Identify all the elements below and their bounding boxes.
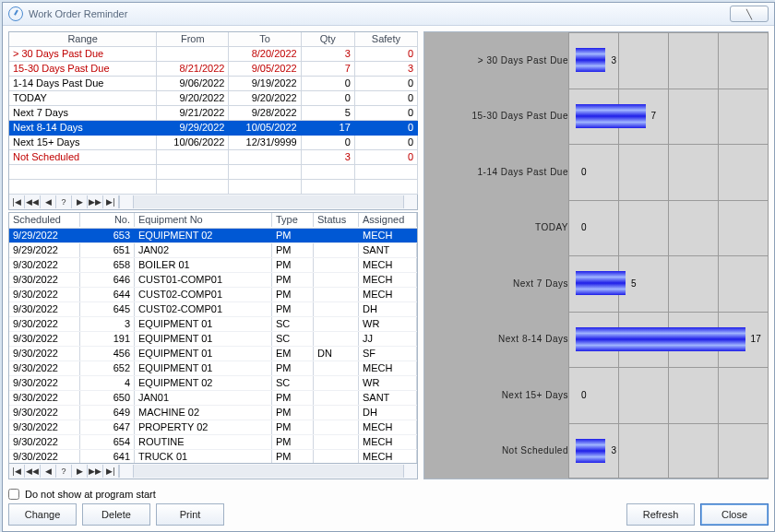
nav2-prev[interactable]: ◀ (41, 465, 56, 478)
chart-row: Next 8-14 Days17 (424, 312, 768, 368)
detail-row[interactable]: 9/30/2022649MACHINE 02PMDH (9, 406, 417, 420)
cell-range: Next 7 Days (9, 106, 157, 121)
cell-type: SC (272, 317, 314, 331)
detail-row[interactable]: 9/30/2022641TRUCK 01PMMECH (9, 450, 417, 463)
nav2-help[interactable]: ? (56, 465, 72, 478)
detail-row[interactable]: 9/30/2022647PROPERTY 02PMMECH (9, 420, 417, 435)
bottom-bar: Do not show at program start Change Dele… (3, 485, 774, 531)
work-order-reminder-window: Work Order Reminder ╲ Range From To Qty … (2, 2, 775, 532)
titlebar[interactable]: Work Order Reminder ╲ (3, 3, 774, 26)
nav-last[interactable]: ▶| (103, 195, 119, 208)
cell-equipment: EQUIPMENT 01 (135, 332, 272, 346)
detail-row[interactable]: 9/30/20223EQUIPMENT 01SCWR (9, 317, 417, 332)
cell-equipment: CUST02-COMP01 (135, 302, 272, 316)
cell-safety: 3 (355, 62, 418, 77)
nav-help[interactable]: ? (56, 195, 72, 208)
chart-panel: > 30 Days Past Due315-30 Days Past Due71… (423, 31, 769, 479)
summary-row[interactable]: Next 15+ Days10/06/202212/31/999900 (9, 136, 418, 150)
col-to[interactable]: To (229, 32, 301, 47)
cell-no: 645 (80, 302, 135, 316)
cell-range: > 30 Days Past Due (9, 47, 157, 62)
summary-row[interactable]: > 30 Days Past Due8/20/202230 (9, 47, 418, 62)
nav2-next[interactable]: ▶ (72, 465, 88, 478)
nav-prev[interactable]: ◀ (41, 195, 56, 208)
cell-type: PM (272, 243, 314, 257)
col-assigned[interactable]: Assigned (359, 213, 417, 227)
cell-no: 653 (80, 229, 135, 242)
col-qty[interactable]: Qty (302, 32, 355, 47)
col-equipment[interactable]: Equipment No (135, 213, 272, 227)
nav2-nextpg[interactable]: ▶▶ (88, 465, 103, 478)
chart-bar-value: 0 (581, 390, 587, 400)
detail-grid[interactable]: Scheduled No. Equipment No Type Status A… (8, 212, 418, 464)
summary-grid[interactable]: Range From To Qty Safety > 30 Days Past … (8, 31, 418, 195)
cell-type: PM (272, 420, 314, 434)
delete-button[interactable]: Delete (82, 503, 150, 526)
chart-bar-value: 5 (631, 278, 637, 289)
col-status[interactable]: Status (314, 213, 359, 227)
chart-bar-value: 0 (581, 222, 587, 232)
col-from[interactable]: From (157, 32, 229, 47)
change-button[interactable]: Change (8, 503, 77, 526)
cell-type: PM (272, 391, 314, 405)
detail-row[interactable]: 9/30/2022456EQUIPMENT 01EMDNSF (9, 347, 417, 361)
col-range[interactable]: Range (9, 32, 157, 47)
detail-hscroll[interactable] (119, 465, 417, 478)
detail-row[interactable]: 9/29/2022653EQUIPMENT 02PMMECH (9, 229, 417, 243)
cell-assigned: MECH (359, 229, 417, 242)
cell-from: 9/20/2022 (157, 91, 229, 106)
detail-row[interactable]: 9/30/20224EQUIPMENT 02SCWR (9, 376, 417, 391)
cell-assigned: MECH (359, 450, 417, 463)
summary-row[interactable]: 15-30 Days Past Due8/21/20229/05/202273 (9, 62, 418, 77)
nav-prevpg[interactable]: ◀◀ (25, 195, 41, 208)
col-scheduled[interactable]: Scheduled (9, 213, 80, 227)
summary-row[interactable]: Next 7 Days9/21/20229/28/202250 (9, 106, 418, 121)
cell-scheduled: 9/30/2022 (9, 273, 80, 287)
cell-status (314, 288, 359, 301)
chart-row: Next 7 Days5 (424, 255, 768, 312)
detail-row[interactable]: 9/30/2022645CUST02-COMP01PMDH (9, 302, 417, 317)
nav-next[interactable]: ▶ (72, 195, 88, 208)
nav2-last[interactable]: ▶| (103, 465, 119, 478)
col-no[interactable]: No. (80, 213, 135, 227)
cell-from (157, 47, 229, 62)
do-not-show-input[interactable] (8, 489, 19, 500)
cell-scheduled: 9/30/2022 (9, 391, 80, 405)
detail-row[interactable]: 9/30/2022652EQUIPMENT 01PMMECH (9, 361, 417, 376)
summary-row[interactable]: TODAY9/20/20229/20/202200 (9, 91, 418, 106)
cell-range: TODAY (9, 91, 157, 106)
cell-qty: 0 (302, 136, 355, 150)
nav-nextpg[interactable]: ▶▶ (88, 195, 103, 208)
refresh-button[interactable]: Refresh (626, 503, 695, 526)
nav2-prevpg[interactable]: ◀◀ (25, 465, 41, 478)
print-button[interactable]: Print (156, 503, 224, 526)
summary-hscroll[interactable] (119, 195, 417, 208)
detail-row[interactable]: 9/30/2022191EQUIPMENT 01SCJJ (9, 332, 417, 347)
col-type[interactable]: Type (272, 213, 314, 227)
chart-bar-value: 3 (611, 55, 616, 65)
nav2-first[interactable]: |◀ (9, 465, 25, 478)
detail-row[interactable]: 9/29/2022651JAN02PMSANT (9, 243, 417, 258)
close-button[interactable]: Close (700, 503, 769, 526)
detail-row[interactable]: 9/30/2022650JAN01PMSANT (9, 391, 417, 406)
chart-bar (576, 104, 646, 128)
cell-equipment: TRUCK 01 (135, 450, 272, 463)
cell-to (229, 150, 301, 165)
summary-row[interactable]: Next 8-14 Days9/29/202210/05/2022170 (9, 121, 418, 136)
cell-scheduled: 9/30/2022 (9, 450, 80, 463)
detail-row[interactable]: 9/30/2022644CUST02-COMP01PMMECH (9, 288, 417, 302)
chart-bar-value: 17 (751, 334, 761, 344)
col-safety[interactable]: Safety (355, 32, 418, 47)
summary-row[interactable]: 1-14 Days Past Due9/06/20229/19/202200 (9, 77, 418, 91)
window-close-button[interactable]: ╲ (730, 6, 769, 22)
cell-status (314, 273, 359, 287)
cell-from: 9/21/2022 (157, 106, 229, 121)
summary-row[interactable]: Not Scheduled30 (9, 150, 418, 165)
nav-first[interactable]: |◀ (9, 195, 25, 208)
cell-no: 647 (80, 420, 135, 434)
detail-row[interactable]: 9/30/2022658BOILER 01PMMECH (9, 258, 417, 273)
detail-row[interactable]: 9/30/2022654ROUTINEPMMECH (9, 435, 417, 450)
do-not-show-checkbox[interactable]: Do not show at program start (8, 489, 769, 500)
chart-bar-value: 0 (581, 167, 587, 177)
detail-row[interactable]: 9/30/2022646CUST01-COMP01PMMECH (9, 273, 417, 288)
